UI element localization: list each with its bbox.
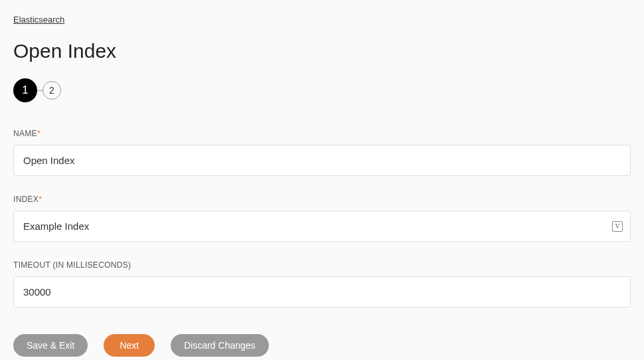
discard-button[interactable]: Discard Changes (171, 334, 268, 357)
name-label-text: NAME (13, 129, 37, 138)
variable-icon[interactable]: V (612, 221, 623, 232)
name-input[interactable] (13, 145, 631, 176)
step-connector (37, 90, 42, 91)
save-exit-button[interactable]: Save & Exit (13, 334, 88, 357)
step-1[interactable]: 1 (13, 78, 37, 102)
button-row: Save & Exit Next Discard Changes (13, 334, 631, 357)
required-marker: * (37, 129, 40, 138)
next-button[interactable]: Next (104, 334, 155, 357)
name-label: NAME* (13, 129, 631, 138)
timeout-label: TIMEOUT (IN MILLISECONDS) (13, 260, 631, 270)
timeout-input[interactable] (13, 276, 631, 308)
form-group-name: NAME* (13, 129, 631, 176)
form-group-index: INDEX* V (13, 195, 631, 242)
breadcrumb-elasticsearch[interactable]: Elasticsearch (13, 15, 64, 25)
form-group-timeout: TIMEOUT (IN MILLISECONDS) (13, 260, 631, 308)
required-marker: * (39, 195, 42, 204)
step-2[interactable]: 2 (42, 81, 61, 100)
index-input[interactable] (13, 211, 631, 242)
page-title: Open Index (13, 40, 631, 62)
stepper: 1 2 (13, 78, 631, 102)
index-label-text: INDEX (13, 195, 39, 204)
timeout-label-text: TIMEOUT (IN MILLISECONDS) (13, 260, 131, 270)
index-label: INDEX* (13, 195, 631, 204)
